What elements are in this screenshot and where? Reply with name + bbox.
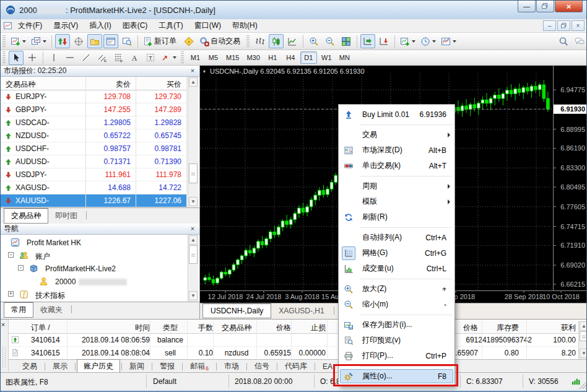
navigator-close-icon[interactable]: × — [188, 225, 197, 233]
menubar-item[interactable]: 插入(I) — [84, 19, 116, 32]
menu-item-zoom-in[interactable]: 放大(Z)+ — [339, 281, 454, 297]
channel-button[interactable]: E — [95, 51, 110, 65]
chevron-down-icon[interactable] — [173, 56, 176, 59]
new-order-button[interactable]: 新订单 — [141, 34, 180, 48]
arrows-button[interactable] — [159, 51, 178, 65]
terminal-scrollbar[interactable]: ▲ ▼ — [578, 321, 587, 359]
trendline-button[interactable] — [79, 51, 93, 65]
chart-tab-usdcnh--daily[interactable]: USDCNH-,Daily — [202, 303, 271, 318]
menubar-item[interactable]: 窗口(W) — [189, 19, 227, 32]
navigator-tab-收藏夹[interactable]: 收藏夹 — [33, 303, 69, 317]
menu-item-save-as-picture[interactable]: 保存为图片(i)... — [339, 317, 454, 333]
terminal-tab-代码库[interactable]: 代码库 — [279, 360, 313, 373]
quote-row-nzdusd[interactable]: NZDUSD-0.657220.65745 — [1, 129, 186, 142]
quote-row-eurjpy[interactable]: EURJPY-129.708129.730 — [1, 90, 186, 103]
profiles-button[interactable] — [29, 34, 48, 48]
autotrading-button[interactable]: 自动交易 — [198, 34, 244, 48]
menu-item-zoom-out[interactable]: 缩小(m)- — [339, 297, 454, 312]
history-column-header[interactable]: 手数 — [191, 323, 213, 333]
column-header-symbol[interactable]: 交易品种 — [6, 79, 35, 90]
chart-tab-xagusd--h1[interactable]: XAGUSD-,H1 — [271, 304, 331, 318]
history-column-header[interactable]: 止损 — [295, 323, 326, 333]
history-column-header[interactable]: 订单 / — [31, 323, 74, 333]
market-watch-close-icon[interactable]: × — [188, 67, 197, 75]
terminal-tab-邮箱[interactable]: 邮箱6 — [184, 360, 215, 373]
text-button[interactable]: A — [127, 51, 142, 65]
chevron-down-icon[interactable] — [43, 40, 46, 43]
tree-item-20000[interactable]: 20000 — [1, 275, 186, 288]
close-button[interactable]: × — [555, 1, 583, 12]
terminal-tab-新闻[interactable]: 新闻 — [123, 360, 150, 373]
timeframe-m5-button[interactable]: M5 — [205, 51, 222, 64]
timeframe-m15-button[interactable]: M15 — [223, 51, 242, 64]
column-header-ask[interactable]: 买价 — [137, 79, 181, 90]
menu-item-trade[interactable]: 交易 — [339, 127, 454, 142]
menu-item-buy-limit[interactable]: Buy Limit 0.016.91936 — [339, 107, 454, 122]
timeframe-h4-button[interactable]: H4 — [282, 51, 299, 64]
timeframe-w1-button[interactable]: W1 — [318, 51, 335, 64]
timeframe-h1-button[interactable]: H1 — [264, 51, 281, 64]
history-row-3410614[interactable]: 34106142018.09.14 08:06:59balance100.006… — [9, 334, 578, 347]
bar-chart-button[interactable] — [253, 34, 267, 48]
chevron-down-icon[interactable] — [453, 40, 456, 43]
tree-item-账户[interactable]: -账户 — [1, 249, 186, 262]
periods-button[interactable] — [419, 34, 438, 48]
crosshair-button[interactable] — [25, 51, 40, 65]
chevron-down-icon[interactable] — [412, 40, 415, 43]
new-chart-button[interactable] — [9, 34, 28, 48]
toolbar-grip[interactable] — [181, 51, 184, 64]
market-watch-scrollbar[interactable]: ▲▼ — [188, 77, 198, 207]
text-label-button[interactable]: T — [143, 51, 158, 65]
timeframe-m30-button[interactable]: M30 — [243, 51, 263, 64]
tree-item-技术指标[interactable]: +f技术指标 — [1, 288, 186, 301]
metaeditor-button[interactable]: e — [181, 34, 196, 48]
scroll-down-icon[interactable]: ▼ — [189, 197, 198, 206]
market-watch-tab-交易品种[interactable]: 交易品种 — [4, 208, 48, 224]
mdi-close-button[interactable]: × — [572, 20, 585, 31]
menu-item-depth-of-market[interactable]: 市场深度(D)Alt+B — [339, 142, 454, 158]
history-column-header[interactable]: 时间 — [71, 323, 150, 333]
timeframe-mn-button[interactable]: MN — [336, 51, 353, 64]
restore-button[interactable] — [536, 1, 554, 12]
menu-item-print-preview[interactable]: 打印预览(v) — [339, 333, 454, 348]
candlestick-button[interactable] — [269, 34, 284, 48]
timeframe-d1-button[interactable]: D1 — [300, 51, 317, 64]
minimize-button[interactable]: — — [518, 1, 536, 12]
tile-windows-button[interactable] — [339, 34, 354, 48]
toolbar-grip[interactable] — [2, 35, 6, 48]
timeframe-m1-button[interactable]: M1 — [187, 51, 204, 64]
quote-row-xagusd[interactable]: XAGUSD-14.68814.722 — [1, 181, 186, 194]
quote-row-usdjpy[interactable]: USDJPY-111.961111.978 — [1, 168, 186, 181]
menu-item-grid[interactable]: 网格(G)Ctrl+G — [339, 245, 454, 261]
toolbar-grip[interactable] — [246, 35, 250, 48]
indicators-button[interactable] — [398, 34, 417, 48]
terminal-close-icon[interactable]: × — [0, 321, 7, 329]
menubar-item[interactable]: 显示(V) — [48, 19, 84, 32]
navigator-tab-常用[interactable]: 常用 — [4, 302, 33, 318]
terminal-tab-账户历史[interactable]: 账户历史 — [77, 359, 120, 373]
vertical-line-button[interactable] — [46, 51, 61, 65]
scroll-up-icon[interactable]: ▲ — [189, 235, 198, 245]
cursor-button[interactable] — [9, 51, 24, 65]
quote-row-usdchf[interactable]: USDCHF-0.987570.98781 — [1, 142, 186, 155]
scroll-up-icon[interactable]: ▲ — [189, 77, 198, 87]
zoom-out-button[interactable] — [323, 34, 337, 48]
history-column-header[interactable]: 获利 — [529, 323, 576, 333]
menu-item-template[interactable]: 模版 — [339, 194, 454, 209]
terminal-tab-信号[interactable]: 信号 — [248, 360, 276, 373]
line-chart-button[interactable] — [285, 34, 300, 48]
navigator-scrollbar[interactable]: ▲▼ — [188, 235, 198, 302]
status-profile[interactable]: Default — [153, 377, 176, 386]
toolbar-grip[interactable] — [2, 51, 6, 64]
scrollbar-thumb[interactable] — [189, 245, 198, 264]
menubar-item[interactable]: 图表(C) — [117, 19, 154, 32]
scroll-down-icon[interactable]: ▼ — [189, 291, 198, 300]
history-column-header[interactable]: 价格 — [259, 323, 291, 333]
history-column-header[interactable]: 库存费 — [483, 323, 519, 333]
resize-grip[interactable] — [579, 381, 586, 389]
terminal-tab-市场[interactable]: 市场 — [218, 360, 245, 373]
history-column-header[interactable]: 交易品种 — [217, 323, 256, 333]
chat-button[interactable] — [572, 34, 587, 48]
chart-shift-button[interactable] — [360, 34, 375, 48]
quote-row-gbpjpy[interactable]: GBPJPY-147.255147.289 — [1, 103, 186, 116]
